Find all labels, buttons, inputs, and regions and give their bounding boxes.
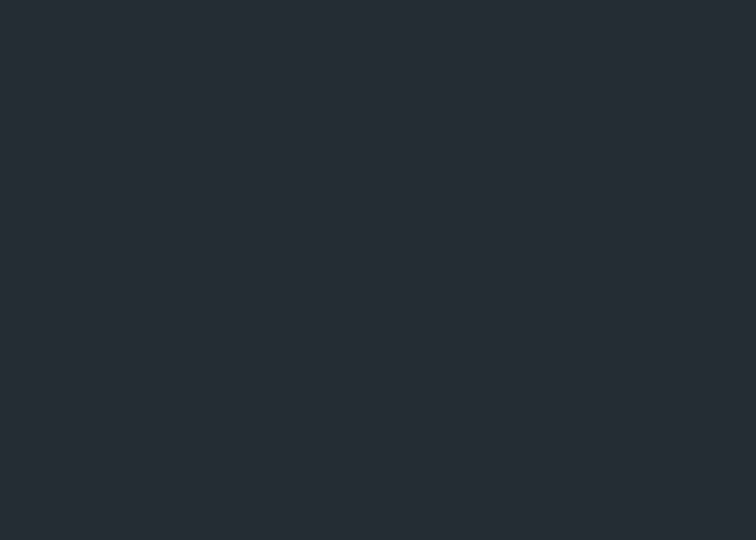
cad-canvas[interactable]	[0, 0, 756, 540]
cad-drawing	[0, 0, 756, 540]
